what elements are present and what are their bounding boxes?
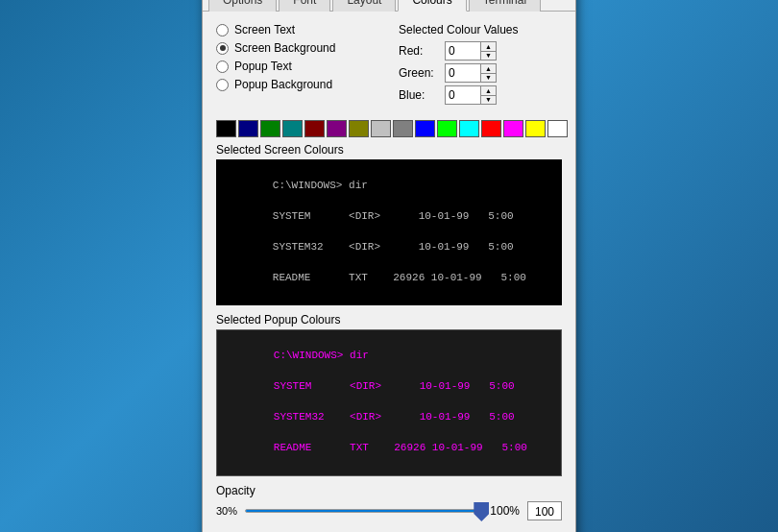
blue-row: Blue: ▲ ▼ [399,85,562,105]
colour-swatch-12[interactable] [481,120,501,137]
blue-spin-up[interactable]: ▲ [481,86,496,96]
green-spinbox[interactable]: ▲ ▼ [445,63,497,83]
red-label: Red: [399,44,439,58]
colour-swatch-10[interactable] [437,120,457,137]
tab-colours[interactable]: Colours [398,0,466,12]
radio-screen-background[interactable]: Screen Background [216,41,379,55]
red-spin-down[interactable]: ▼ [481,52,496,60]
top-row: Screen Text Screen Background Popup Text… [216,23,562,112]
radio-circle-screen-bg [216,42,229,55]
tab-options[interactable]: Options [208,0,277,12]
colour-swatches [216,120,562,137]
dialog-window: C:\ "Command Prompt" Properties ✕ Option… [202,0,576,532]
opacity-section: Opacity 30% 100% 100 [216,484,562,520]
colour-swatch-8[interactable] [393,120,413,137]
colour-swatch-13[interactable] [503,120,523,137]
screen-console-preview: C:\WINDOWS> dir SYSTEM <DIR> 10-01-99 5:… [216,159,562,304]
radio-circle-screen-text [216,24,229,36]
popup-preview-label: Selected Popup Colours [216,313,562,326]
colour-swatch-4[interactable] [304,120,325,137]
colour-values-label: Selected Colour Values [399,23,562,36]
colour-swatch-14[interactable] [525,120,546,137]
radio-screen-text[interactable]: Screen Text [216,23,379,36]
green-spin-down[interactable]: ▼ [481,74,496,83]
screen-preview-section: Selected Screen Colours C:\WINDOWS> dir … [216,143,562,304]
colour-swatch-1[interactable] [238,120,258,137]
popup-console-preview: C:\WINDOWS> dir SYSTEM <DIR> 10-01-99 5:… [216,329,562,476]
radio-group: Screen Text Screen Background Popup Text… [216,23,379,91]
opacity-min-label: 30% [216,505,237,517]
opacity-slider-thumb[interactable] [474,502,489,521]
popup-preview-section: Selected Popup Colours C:\WINDOWS> dir S… [216,313,562,476]
tab-font[interactable]: Font [279,0,330,12]
colour-swatch-3[interactable] [282,120,303,137]
colour-swatch-5[interactable] [327,120,347,137]
radio-popup-background[interactable]: Popup Background [216,78,379,91]
opacity-slider-fill [246,510,481,512]
opacity-max-label: 100% [490,504,520,518]
blue-input[interactable] [446,86,480,104]
colour-swatch-2[interactable] [260,120,280,137]
tab-bar: Options Font Layout Colours Terminal [203,0,575,12]
opacity-label: Opacity [216,484,562,497]
red-spinbox[interactable]: ▲ ▼ [445,41,497,60]
radio-popup-text[interactable]: Popup Text [216,60,379,73]
colour-swatch-0[interactable] [216,120,236,137]
colour-swatch-6[interactable] [349,120,369,137]
colour-swatch-7[interactable] [371,120,391,137]
red-spin-up[interactable]: ▲ [481,42,496,52]
red-arrows: ▲ ▼ [480,42,496,60]
colour-swatch-11[interactable] [459,120,479,137]
green-input[interactable] [446,64,480,82]
content-area: Screen Text Screen Background Popup Text… [203,12,575,532]
red-row: Red: ▲ ▼ [399,41,562,60]
blue-spin-down[interactable]: ▼ [481,96,496,105]
opacity-value-box[interactable]: 100 [527,501,562,520]
colour-swatch-15[interactable] [547,120,568,137]
red-input[interactable] [446,42,480,60]
green-row: Green: ▲ ▼ [399,63,562,83]
blue-label: Blue: [399,88,439,102]
radio-panel: Screen Text Screen Background Popup Text… [216,23,379,112]
opacity-slider-track[interactable] [245,509,482,513]
green-label: Green: [399,66,439,80]
blue-arrows: ▲ ▼ [480,86,496,104]
opacity-row: 30% 100% 100 [216,501,562,520]
green-spin-up[interactable]: ▲ [481,64,496,74]
colour-swatch-9[interactable] [415,120,435,137]
blue-spinbox[interactable]: ▲ ▼ [445,85,497,105]
screen-preview-label: Selected Screen Colours [216,143,562,157]
tab-layout[interactable]: Layout [332,0,396,12]
colour-values-panel: Selected Colour Values Red: ▲ ▼ Green: [399,23,562,112]
colour-values-section: Selected Colour Values Red: ▲ ▼ Green: [399,23,562,105]
radio-circle-popup-text [216,60,229,73]
radio-circle-popup-bg [216,79,229,91]
tab-terminal[interactable]: Terminal [469,0,541,12]
green-arrows: ▲ ▼ [480,64,496,82]
